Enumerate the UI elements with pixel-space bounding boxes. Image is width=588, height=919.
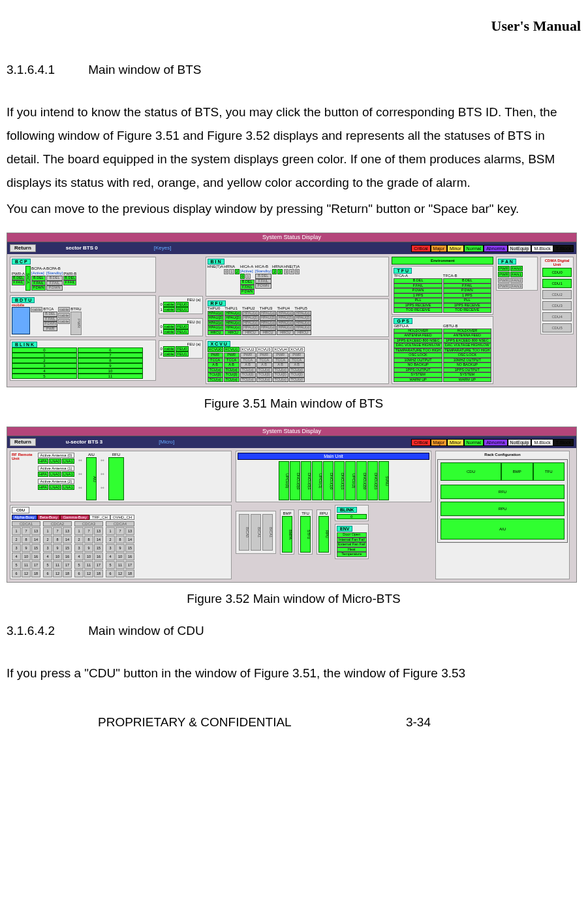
cdu-button[interactable]: CDU2 xyxy=(542,290,572,299)
rfu-block[interactable] xyxy=(108,457,124,500)
cdca-cell[interactable]: 11 xyxy=(116,561,125,569)
blink-row[interactable]: 5 xyxy=(12,374,77,379)
cdca-cell[interactable]: 7 xyxy=(22,527,31,535)
lna0[interactable]: LNA0 xyxy=(49,485,61,490)
cdca-cell[interactable]: 5 xyxy=(74,561,84,569)
cdca-cell[interactable]: 18 xyxy=(63,570,72,577)
hpa[interactable]: HPA xyxy=(38,485,48,490)
cdca-cell[interactable]: 14 xyxy=(94,536,103,543)
cdca-cell[interactable]: 11 xyxy=(22,561,31,569)
rack-aiu[interactable]: AIU xyxy=(441,519,565,540)
main-slot[interactable]: DNCU(0)0 xyxy=(290,461,300,500)
blink-row[interactable]: 8 xyxy=(78,358,143,363)
cdca-cell[interactable]: 7 xyxy=(84,527,93,535)
cdca-cell[interactable]: 14 xyxy=(31,536,40,543)
main-slot[interactable]: UPCU(1) xyxy=(312,461,322,500)
cdca-cell[interactable]: 12 xyxy=(84,570,93,577)
main-slot[interactable]: UPCU(0) xyxy=(279,461,289,500)
cdca-cell[interactable]: 10 xyxy=(116,553,125,560)
tab-beta[interactable]: Beta-Busy xyxy=(37,515,61,520)
blink-row[interactable]: 6 xyxy=(78,347,143,353)
cdca-cell[interactable]: 5 xyxy=(106,561,115,569)
cdca-cell[interactable]: 8 xyxy=(116,536,125,543)
rpu-v[interactable]: RPU xyxy=(318,516,329,553)
cdca-cell[interactable]: 6 xyxy=(106,570,115,577)
cdca-cell[interactable]: 18 xyxy=(94,570,103,577)
cdca-cell[interactable]: 10 xyxy=(53,553,62,560)
cdca-cell[interactable]: 8 xyxy=(22,536,31,543)
cdu-button[interactable]: CDU0 xyxy=(542,268,572,277)
cdca-cell[interactable]: 17 xyxy=(31,561,40,569)
hpa[interactable]: HPA xyxy=(38,459,48,464)
cdca-cell[interactable]: 12 xyxy=(22,570,31,577)
tab-ovhd[interactable]: OVHD_CH xyxy=(110,515,134,520)
cdca-cell[interactable]: 6 xyxy=(43,570,52,577)
environment-button[interactable]: Environment xyxy=(392,257,493,265)
cdca-cell[interactable]: 1 xyxy=(106,527,115,535)
cdca-cell[interactable]: 17 xyxy=(125,561,134,569)
cdca-cell[interactable]: 4 xyxy=(106,553,115,560)
cdca-cell[interactable]: 14 xyxy=(125,536,134,543)
blink-row[interactable]: 9 xyxy=(78,363,143,368)
rack-cdu[interactable]: CDU xyxy=(441,462,501,481)
cdca-cell[interactable]: 8 xyxy=(84,536,93,543)
lna0[interactable]: LNA0 xyxy=(49,472,61,477)
tab-alpha[interactable]: Alpha-Busy xyxy=(12,515,37,520)
cdu-button[interactable]: CDU4 xyxy=(542,312,572,321)
cdca-cell[interactable]: 18 xyxy=(125,570,134,577)
cdca-cell[interactable]: 14 xyxy=(63,536,72,543)
stfu[interactable]: STFU xyxy=(300,516,311,553)
blink-row[interactable]: 2 xyxy=(12,358,77,363)
cdca-cell[interactable]: 8 xyxy=(53,536,62,543)
cdca-cell[interactable]: 9 xyxy=(22,544,31,552)
cdca-cell[interactable]: 11 xyxy=(53,561,62,569)
cdca-cell[interactable]: 17 xyxy=(94,561,103,569)
blink-row[interactable]: 1 xyxy=(12,353,77,358)
cdca-cell[interactable]: 5 xyxy=(43,561,52,569)
cdca-cell[interactable]: 12 xyxy=(53,570,62,577)
cdca-cell[interactable]: 4 xyxy=(12,553,21,560)
cdu-button[interactable]: CDU5 xyxy=(542,323,572,332)
cdca-cell[interactable]: 6 xyxy=(74,570,84,577)
tab-trf[interactable]: TRF_CH xyxy=(89,515,110,520)
cdca-cell[interactable]: 6 xyxy=(12,570,21,577)
cdca-cell[interactable]: 4 xyxy=(74,553,84,560)
main-slot[interactable]: DNCU(1)1 xyxy=(334,461,345,500)
cdca-cell[interactable]: 12 xyxy=(116,570,125,577)
cdca-cell[interactable]: 13 xyxy=(94,527,103,535)
blink-row[interactable]: 10 xyxy=(78,368,143,374)
rack-tfu[interactable]: TFU xyxy=(533,462,565,481)
cdca-cell[interactable]: 3 xyxy=(43,544,52,552)
lna1[interactable]: LNA1 xyxy=(62,472,74,477)
cdca-cell[interactable]: 15 xyxy=(94,544,103,552)
blink-row[interactable]: 3 xyxy=(12,363,77,368)
main-slot[interactable]: DNCU(0)1 xyxy=(301,461,311,500)
lna1[interactable]: LNA1 xyxy=(62,459,74,464)
lna1[interactable]: LNA1 xyxy=(62,485,74,490)
aiu-slot[interactable]: AIU xyxy=(86,457,97,500)
cdu-button[interactable]: CDU1 xyxy=(542,279,572,288)
cdca-cell[interactable]: 9 xyxy=(116,544,125,552)
main-slot[interactable]: SVNU xyxy=(379,461,389,500)
main-slot[interactable]: UPCU(2) xyxy=(345,461,356,500)
return-button[interactable]: Return xyxy=(10,244,36,252)
cdca-cell[interactable]: 9 xyxy=(53,544,62,552)
hpa[interactable]: HPA xyxy=(38,472,48,477)
blink-52-val[interactable]: 0 xyxy=(337,514,367,519)
blink-row[interactable]: 0 xyxy=(12,347,77,353)
main-slot[interactable]: DNCU(2)0 xyxy=(356,461,367,500)
cdca-cell[interactable]: 16 xyxy=(94,553,103,560)
cdca-cell[interactable]: 16 xyxy=(125,553,134,560)
cdca-cell[interactable]: 3 xyxy=(12,544,21,552)
cdca-cell[interactable]: 15 xyxy=(31,544,40,552)
cdca-cell[interactable]: 17 xyxy=(63,561,72,569)
main-slot[interactable]: DNCU(1)0 xyxy=(323,461,333,500)
cdu-button[interactable]: CDU3 xyxy=(542,301,572,310)
tab-gamma[interactable]: Gamma-Busy xyxy=(60,515,89,520)
cdca-cell[interactable]: 1 xyxy=(12,527,21,535)
cdca-cell[interactable]: 13 xyxy=(63,527,72,535)
cdca-cell[interactable]: 18 xyxy=(31,570,40,577)
saca-label[interactable]: SACA xyxy=(25,266,31,291)
blink-row[interactable]: 7 xyxy=(78,353,143,358)
cdca-cell[interactable]: 15 xyxy=(63,544,72,552)
